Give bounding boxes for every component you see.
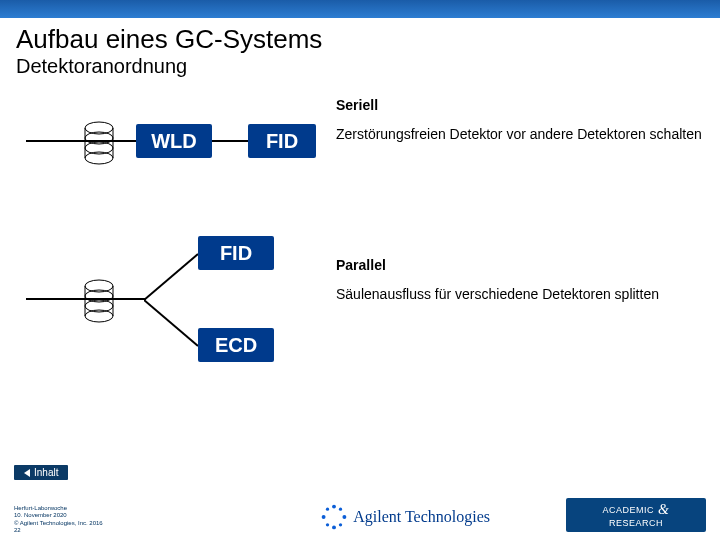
svg-point-15 bbox=[339, 508, 342, 511]
pipe-line bbox=[212, 140, 248, 142]
ecd-box: ECD bbox=[198, 328, 274, 362]
parallel-heading: Parallel bbox=[336, 256, 659, 275]
credits: Herfurt-Laborwoche 10. November 2020 © A… bbox=[14, 505, 103, 534]
serial-description: Seriell Zerstörungsfreien Detektor vor a… bbox=[336, 96, 702, 144]
svg-line-12 bbox=[144, 254, 198, 300]
svg-line-13 bbox=[144, 300, 198, 346]
svg-point-16 bbox=[343, 515, 347, 519]
fid-box-serial: FID bbox=[248, 124, 316, 158]
split-lines bbox=[144, 248, 200, 352]
svg-point-21 bbox=[326, 508, 329, 511]
slide-number: 22 bbox=[14, 527, 103, 534]
credit-line: Herfurt-Laborwoche bbox=[14, 505, 103, 512]
pipe-line bbox=[26, 298, 146, 300]
agilent-logo: Agilent Technologies bbox=[321, 504, 490, 530]
wld-box: WLD bbox=[136, 124, 212, 158]
decorative-top-bar bbox=[0, 0, 720, 18]
parallel-text: Säulenausfluss für verschiedene Detektor… bbox=[336, 286, 659, 302]
ar-word2: RESEARCH bbox=[609, 518, 663, 528]
serial-heading: Seriell bbox=[336, 96, 702, 115]
svg-point-17 bbox=[339, 523, 342, 526]
svg-point-20 bbox=[322, 515, 326, 519]
credit-line: 10. November 2020 bbox=[14, 512, 103, 519]
ar-word1: ACADEMIC bbox=[603, 505, 655, 515]
svg-point-14 bbox=[332, 505, 336, 509]
slide-title: Aufbau eines GC-Systems bbox=[16, 24, 720, 55]
brand-text: Agilent Technologies bbox=[353, 508, 490, 526]
svg-point-18 bbox=[332, 525, 336, 529]
fid-box-parallel: FID bbox=[198, 236, 274, 270]
pipe-line bbox=[26, 140, 136, 142]
svg-point-19 bbox=[326, 523, 329, 526]
academic-research-badge: ACADEMIC & RESEARCH bbox=[566, 498, 706, 532]
footer: Herfurt-Laborwoche 10. November 2020 © A… bbox=[0, 480, 720, 540]
column-icon bbox=[82, 278, 116, 324]
credit-line: © Agilent Technologies, Inc. 2016 bbox=[14, 520, 103, 527]
parallel-description: Parallel Säulenausfluss für verschiedene… bbox=[336, 256, 659, 304]
slide-subtitle: Detektoranordnung bbox=[16, 55, 720, 78]
serial-text: Zerstörungsfreien Detektor vor andere De… bbox=[336, 126, 702, 142]
column-icon bbox=[82, 120, 116, 166]
ar-amp: & bbox=[658, 502, 669, 518]
parallel-diagram: FID ECD bbox=[16, 230, 336, 370]
spark-icon bbox=[321, 504, 347, 530]
inhalt-button[interactable]: Inhalt bbox=[14, 465, 68, 480]
inhalt-label: Inhalt bbox=[34, 467, 58, 478]
serial-diagram: WLD FID bbox=[16, 96, 336, 206]
